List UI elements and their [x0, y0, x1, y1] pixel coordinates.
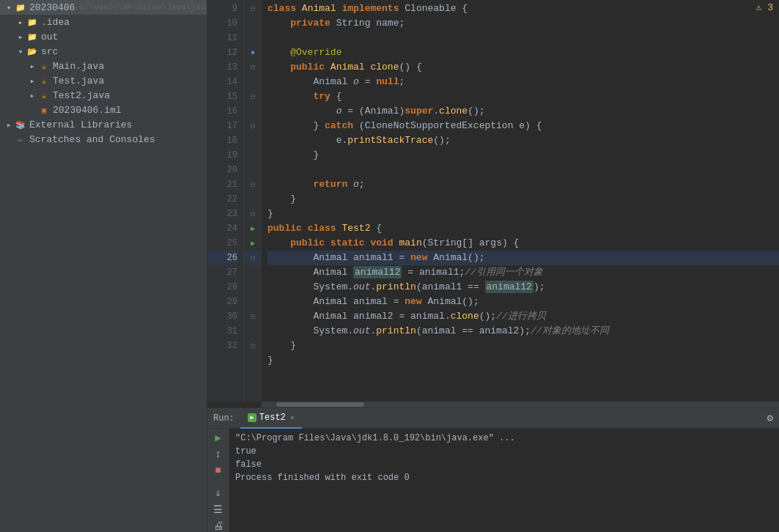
- scroll-thumb[interactable]: [276, 402, 364, 407]
- ln-10: 10: [227, 16, 237, 31]
- ln-17: 17: [227, 119, 237, 133]
- print-button[interactable]: 🖨: [210, 520, 226, 532]
- gutter-11: [244, 31, 262, 45]
- play-button[interactable]: ▶: [210, 432, 226, 444]
- gutter-14: [244, 75, 262, 89]
- sidebar-label-iml: 20230406.iml: [53, 105, 122, 116]
- sidebar-item-scratches[interactable]: ✏ Scratches and Consoles: [0, 132, 207, 147]
- gutter: ⊟ ● ⊟ ⊟ ⊟ ⊟ ⊟ ⊟ ⊟: [244, 0, 262, 402]
- code-line-19: }: [267, 148, 779, 163]
- code-line-13: public Animal clone() {: [267, 60, 779, 75]
- console-exit: Process finished with exit code 0: [235, 471, 773, 484]
- sidebar-item-idea[interactable]: 📁 .idea: [0, 15, 207, 29]
- sidebar-item-mainjava[interactable]: ☕ Main.java: [0, 59, 207, 73]
- java-icon-test2: ☕: [38, 89, 50, 101]
- fold-30[interactable]: ⊟: [251, 312, 255, 321]
- arrow-idea: [15, 16, 26, 28]
- extlib-icon: 📚: [15, 119, 26, 130]
- code-line-21: return o;: [267, 177, 779, 192]
- gutter-18: [244, 133, 262, 148]
- code-line-28: System.out.println(animal1 == animal12);: [267, 280, 779, 295]
- fold-26[interactable]: ⊟: [251, 254, 255, 262]
- ln-21: 21: [227, 177, 237, 192]
- code-line-30: Animal animal2 = animal.clone();//进行拷贝: [267, 309, 779, 324]
- gutter-13: ⊟: [244, 60, 262, 75]
- fold-23[interactable]: ⊟: [251, 210, 255, 218]
- sidebar-item-src[interactable]: 📂 src: [0, 44, 207, 59]
- ln-9: 9: [232, 1, 237, 16]
- code-line-29: Animal animal = new Animal();: [267, 295, 779, 309]
- run-label: Run:: [213, 413, 235, 424]
- run-btn-24[interactable]: [248, 223, 258, 234]
- sidebar-item-root[interactable]: 📁 20230406 C:\Users\HP\Gitee\Java\java-c: [0, 0, 207, 15]
- ln-12: 12: [227, 45, 237, 60]
- sidebar-item-out[interactable]: 📁 out: [0, 29, 207, 44]
- ln-28: 28: [227, 280, 237, 295]
- fold-21[interactable]: ⊟: [251, 180, 255, 189]
- gutter-30: ⊟: [244, 309, 262, 324]
- rerun-button[interactable]: ↕: [210, 448, 226, 460]
- stop-button[interactable]: ■: [210, 465, 226, 476]
- sidebar-item-testjava[interactable]: ☕ Test.java: [0, 73, 207, 88]
- code-line-9: class Animal implements Cloneable {: [267, 1, 779, 16]
- main-area: 📁 20230406 C:\Users\HP\Gitee\Java\java-c…: [0, 0, 779, 532]
- sidebar-label-idea: .idea: [41, 17, 70, 28]
- arrow-src: [15, 45, 26, 57]
- code-content[interactable]: class Animal implements Cloneable { priv…: [262, 0, 779, 402]
- fold-13[interactable]: ⊟: [251, 63, 255, 72]
- sidebar: 📁 20230406 C:\Users\HP\Gitee\Java\java-c…: [0, 0, 207, 532]
- gutter-16: [244, 104, 262, 119]
- code-line-24: public class Test2 {: [267, 221, 779, 236]
- settings-button[interactable]: ☰: [210, 503, 226, 516]
- sidebar-item-extlibs[interactable]: 📚 External Libraries: [0, 117, 207, 132]
- ln-20: 20: [227, 163, 237, 177]
- tab-test2[interactable]: ▶ Test2 ✕: [240, 408, 302, 429]
- ln-14: 14: [227, 75, 237, 89]
- arrow-test2: [26, 89, 38, 101]
- code-line-26: Animal animal1 = new Animal();: [267, 251, 779, 265]
- gutter-28: [244, 280, 262, 295]
- ln-22: 22: [227, 192, 237, 207]
- ln-27: 27: [227, 265, 237, 280]
- gutter-27: [244, 265, 262, 280]
- gutter-17: ⊟: [244, 119, 262, 133]
- sidebar-label-main: Main.java: [53, 61, 104, 72]
- sidebar-item-iml[interactable]: ▣ 20230406.iml: [0, 103, 207, 117]
- fold-15[interactable]: ⊟: [251, 92, 255, 101]
- code-line-12: @Override: [267, 45, 779, 60]
- iml-icon: ▣: [38, 104, 50, 116]
- gear-button[interactable]: ⚙: [767, 412, 773, 424]
- fold-32[interactable]: ⊟: [251, 341, 255, 350]
- horizontal-scrollbar[interactable]: [262, 402, 779, 407]
- arrow-scratches: [3, 133, 15, 145]
- path-root: C:\Users\HP\Gitee\Java\java-c: [79, 3, 207, 12]
- code-line-31: System.out.println(animal == animal2);//…: [267, 324, 779, 339]
- ln-15: 15: [227, 89, 237, 104]
- sidebar-label-src: src: [41, 46, 58, 57]
- code-line-14: Animal o = null;: [267, 75, 779, 89]
- sidebar-item-test2java[interactable]: ☕ Test2.java: [0, 88, 207, 103]
- arrow-out: [15, 31, 26, 43]
- code-editor[interactable]: 9 10 11 12● 13 14 15 16 17 18 19 20 21 2…: [207, 0, 779, 402]
- gutter-20: [244, 163, 262, 177]
- ln-24: 24: [227, 221, 237, 236]
- folder-icon-src: 📂: [26, 45, 38, 57]
- gutter-26: ⊟: [244, 251, 262, 265]
- tab-close-test2[interactable]: ✕: [290, 413, 295, 422]
- folder-icon-root: 📁: [15, 1, 26, 13]
- ln-30: 30: [227, 309, 237, 324]
- line-numbers: 9 10 11 12● 13 14 15 16 17 18 19 20 21 2…: [207, 0, 244, 402]
- fold-9[interactable]: ⊟: [251, 4, 255, 13]
- run-btn-25[interactable]: [248, 238, 258, 248]
- java-icon-main: ☕: [38, 60, 50, 72]
- gutter-15: ⊟: [244, 89, 262, 104]
- ln-18: 18: [227, 133, 237, 148]
- java-icon-test: ☕: [38, 75, 50, 86]
- code-line-20: [267, 163, 779, 177]
- sidebar-label-test2: Test2.java: [53, 90, 110, 101]
- sidebar-label-out: out: [41, 32, 58, 43]
- fold-17[interactable]: ⊟: [251, 122, 255, 130]
- arrow-test: [26, 75, 38, 86]
- gutter-12: ●: [244, 45, 262, 60]
- scroll-end-button[interactable]: ⇓: [210, 487, 226, 499]
